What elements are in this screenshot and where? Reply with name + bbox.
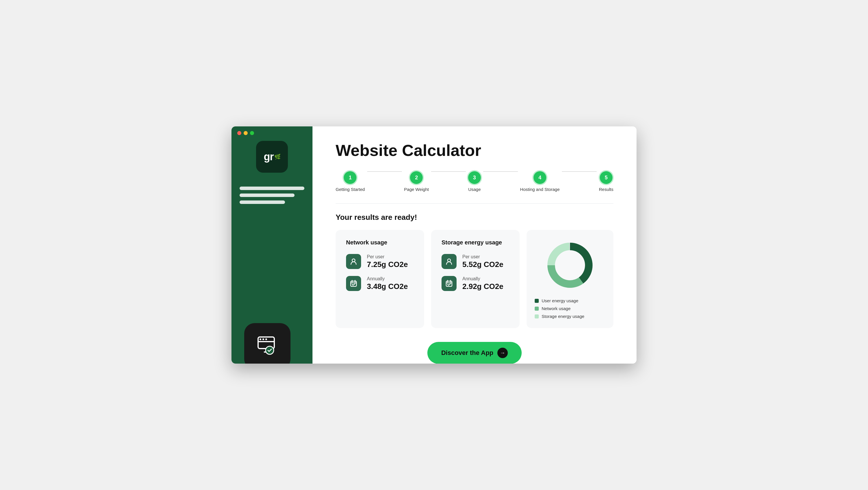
svg-point-13 bbox=[447, 259, 451, 262]
storage-per-user-icon bbox=[441, 254, 457, 269]
legend-item-network: Network usage bbox=[535, 306, 605, 311]
sidebar: gr🌿 bbox=[231, 126, 312, 364]
storage-usage-card: Storage energy usage Per user 5.52g CO2e bbox=[431, 230, 520, 328]
step-label-1: Getting Started bbox=[336, 187, 365, 192]
network-annually-item: Annually 3.48g CO2e bbox=[346, 276, 414, 291]
network-per-user-info: Per user 7.25g CO2e bbox=[367, 254, 408, 269]
storage-usage-title: Storage energy usage bbox=[441, 239, 509, 246]
step-item-1: 1 Getting Started bbox=[336, 171, 365, 192]
chart-legend: User energy usage Network usage Storage … bbox=[535, 298, 605, 319]
storage-per-user-value: 5.52g CO2e bbox=[462, 260, 503, 269]
svg-point-4 bbox=[265, 338, 267, 340]
section-divider bbox=[336, 203, 613, 204]
step-circle-3: 3 bbox=[468, 171, 481, 184]
step-label-4: Hosting and Storage bbox=[520, 187, 560, 192]
cta-container: Discover the App → bbox=[336, 342, 613, 364]
step-label-2: Page Weight bbox=[404, 187, 429, 192]
svg-point-3 bbox=[262, 338, 264, 340]
discover-app-button[interactable]: Discover the App → bbox=[427, 342, 522, 364]
logo-text: gr🌿 bbox=[264, 151, 280, 163]
network-annually-value: 3.48g CO2e bbox=[367, 282, 408, 291]
legend-dot-user bbox=[535, 299, 539, 303]
step-group-4: 4 Hosting and Storage bbox=[520, 171, 560, 192]
legend-dot-storage bbox=[535, 315, 539, 319]
arrow-icon: → bbox=[497, 348, 508, 358]
close-button[interactable] bbox=[237, 131, 241, 135]
svg-rect-14 bbox=[446, 281, 452, 286]
storage-annually-icon bbox=[441, 276, 457, 291]
nav-item-1[interactable] bbox=[240, 187, 304, 190]
svg-rect-9 bbox=[351, 281, 356, 286]
chart-card: User energy usage Network usage Storage … bbox=[527, 230, 613, 328]
network-per-user-icon bbox=[346, 254, 361, 269]
network-usage-card: Network usage Per user 7.25g CO2e bbox=[336, 230, 424, 328]
step-line-3 bbox=[483, 171, 518, 172]
storage-annually-label: Annually bbox=[462, 276, 503, 282]
legend-item-storage: Storage energy usage bbox=[535, 314, 605, 319]
step-item-3: 3 Usage bbox=[468, 171, 481, 192]
monitor-check-icon bbox=[256, 335, 279, 358]
stepper: 1 Getting Started 2 Page Weight 3 bbox=[336, 171, 613, 192]
minimize-button[interactable] bbox=[244, 131, 248, 135]
network-per-user-value: 7.25g CO2e bbox=[367, 260, 408, 269]
legend-label-user: User energy usage bbox=[541, 298, 578, 303]
step-circle-2: 2 bbox=[410, 171, 423, 184]
legend-dot-network bbox=[535, 306, 539, 311]
legend-item-user: User energy usage bbox=[535, 298, 605, 303]
storage-per-user-item: Per user 5.52g CO2e bbox=[441, 254, 509, 269]
svg-point-8 bbox=[352, 259, 355, 262]
step-circle-4: 4 bbox=[533, 171, 546, 184]
step-item-5: 5 Results bbox=[599, 171, 613, 192]
step-group-5: 5 Results bbox=[599, 171, 613, 192]
step-label-5: Results bbox=[599, 187, 613, 192]
storage-per-user-info: Per user 5.52g CO2e bbox=[462, 254, 503, 269]
logo: gr🌿 bbox=[256, 141, 288, 173]
titlebar bbox=[231, 126, 312, 140]
fullscreen-button[interactable] bbox=[250, 131, 254, 135]
logo-leaf-icon: 🌿 bbox=[274, 154, 280, 160]
main-content: Website Calculator 1 Getting Started 2 P… bbox=[312, 126, 637, 364]
feature-icon bbox=[244, 323, 290, 364]
step-circle-1: 1 bbox=[344, 171, 356, 184]
step-item-2: 2 Page Weight bbox=[404, 171, 429, 192]
step-line-2 bbox=[431, 171, 466, 172]
network-annually-icon bbox=[346, 276, 361, 291]
network-usage-title: Network usage bbox=[346, 239, 414, 246]
network-annually-label: Annually bbox=[367, 276, 408, 282]
step-group-2: 2 Page Weight bbox=[404, 171, 429, 192]
legend-label-storage: Storage energy usage bbox=[541, 314, 585, 319]
storage-annually-info: Annually 2.92g CO2e bbox=[462, 276, 503, 291]
step-item-4: 4 Hosting and Storage bbox=[520, 171, 560, 192]
page-title: Website Calculator bbox=[336, 141, 613, 160]
network-per-user-label: Per user bbox=[367, 254, 408, 259]
app-window: gr🌿 Website Calculat bbox=[231, 126, 637, 364]
storage-annually-item: Annually 2.92g CO2e bbox=[441, 276, 509, 291]
results-heading: Your results are ready! bbox=[336, 213, 613, 222]
step-line-1 bbox=[367, 171, 402, 172]
storage-annually-value: 2.92g CO2e bbox=[462, 282, 503, 291]
network-per-user-item: Per user 7.25g CO2e bbox=[346, 254, 414, 269]
cards-row: Network usage Per user 7.25g CO2e bbox=[336, 230, 613, 328]
nav-item-2[interactable] bbox=[240, 194, 294, 197]
donut-chart-svg bbox=[544, 239, 596, 291]
nav-item-3[interactable] bbox=[240, 200, 285, 204]
network-annually-info: Annually 3.48g CO2e bbox=[367, 276, 408, 291]
storage-per-user-label: Per user bbox=[462, 254, 503, 259]
nav-items bbox=[240, 187, 304, 204]
svg-point-2 bbox=[259, 338, 261, 340]
step-circle-5: 5 bbox=[600, 171, 613, 184]
discover-app-label: Discover the App bbox=[441, 349, 493, 357]
legend-label-network: Network usage bbox=[541, 306, 570, 311]
step-label-3: Usage bbox=[468, 187, 480, 192]
step-group-1: 1 Getting Started bbox=[336, 171, 365, 192]
step-line-4 bbox=[562, 171, 597, 172]
donut-chart bbox=[544, 239, 596, 291]
step-group-3: 3 Usage bbox=[468, 171, 481, 192]
